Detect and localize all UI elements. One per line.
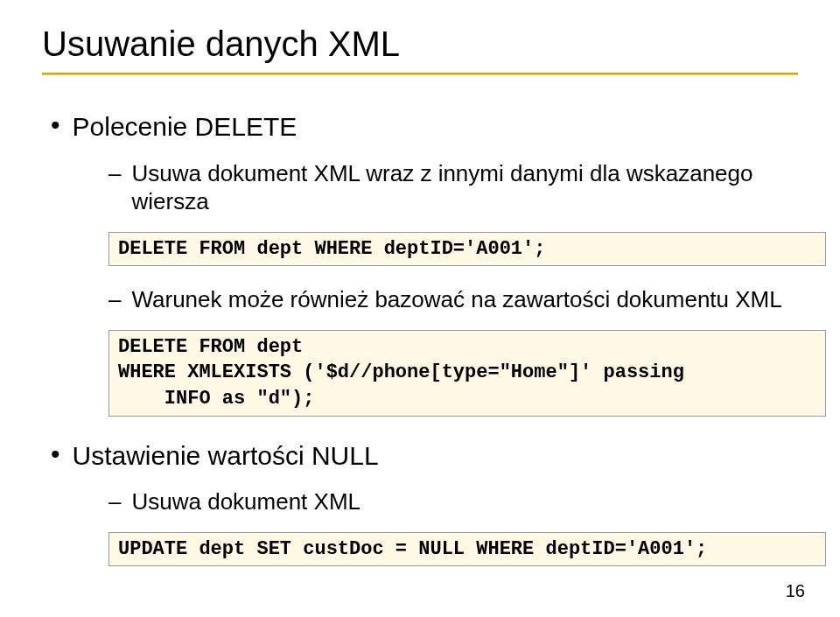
code-box: DELETE FROM dept WHERE deptID='A001'; <box>108 232 826 267</box>
bullet-text: Ustawienie wartości NULL <box>73 439 379 473</box>
code-box: DELETE FROM dept WHERE XMLEXISTS ('$d//p… <box>108 330 826 417</box>
title-underline <box>42 73 798 75</box>
code-text: DELETE FROM dept WHERE XMLEXISTS ('$d//p… <box>118 334 816 412</box>
dash-marker: – <box>108 487 121 516</box>
sub-block: – Usuwa dokument XML UPDATE dept SET cus… <box>51 487 798 582</box>
sub-text: Usuwa dokument XML wraz z innymi danymi … <box>131 159 798 216</box>
bullet-item: • Polecenie DELETE <box>51 110 798 144</box>
bullet-marker: • <box>51 110 60 139</box>
sub-text: Warunek może również bazować na zawartoś… <box>131 285 781 314</box>
slide-title: Usuwanie danych XML <box>42 25 798 64</box>
sub-item: – Usuwa dokument XML wraz z innymi danym… <box>108 159 798 216</box>
sub-item: – Usuwa dokument XML <box>108 487 798 516</box>
content-area: • Polecenie DELETE – Usuwa dokument XML … <box>42 110 798 582</box>
sub-item: – Warunek może również bazować na zawart… <box>108 285 798 314</box>
code-text: DELETE FROM dept WHERE deptID='A001'; <box>118 236 816 263</box>
page-number: 16 <box>786 581 805 601</box>
bullet-text: Polecenie DELETE <box>73 110 298 144</box>
sub-text: Usuwa dokument XML <box>131 487 360 516</box>
dash-marker: – <box>108 285 121 314</box>
dash-marker: – <box>108 159 121 188</box>
bullet-marker: • <box>51 439 60 468</box>
code-text: UPDATE dept SET custDoc = NULL WHERE dep… <box>118 536 816 563</box>
sub-block: – Usuwa dokument XML wraz z innymi danym… <box>51 159 798 432</box>
bullet-item: • Ustawienie wartości NULL <box>51 439 798 473</box>
code-box: UPDATE dept SET custDoc = NULL WHERE dep… <box>108 532 826 567</box>
